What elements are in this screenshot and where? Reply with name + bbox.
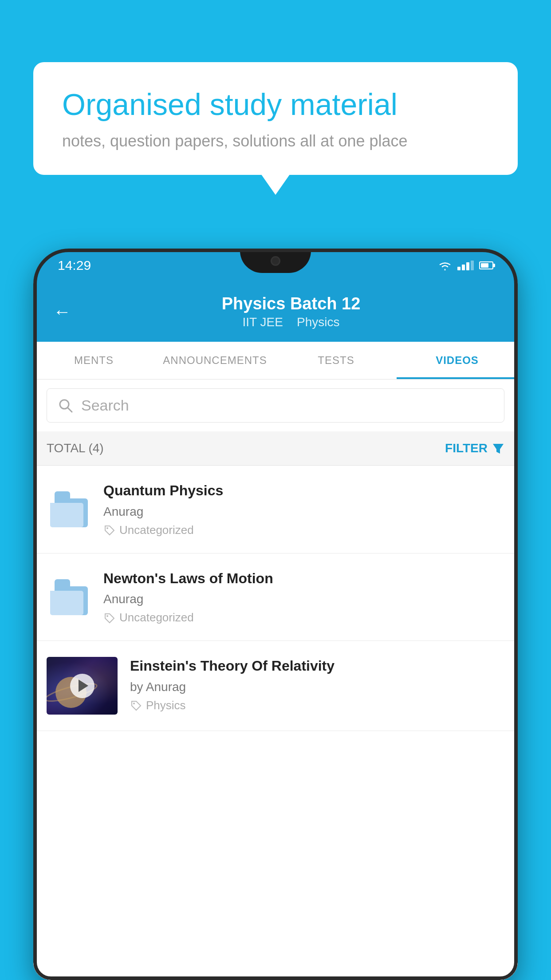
play-button-3[interactable] <box>70 674 94 698</box>
folder-stack-1 <box>50 487 88 527</box>
header-subtitle-part2: Physics <box>297 315 339 329</box>
search-icon <box>58 398 73 413</box>
svg-point-3 <box>106 527 108 529</box>
total-count: TOTAL (4) <box>47 441 104 455</box>
search-placeholder: Search <box>81 397 129 414</box>
video-author-2: Anurag <box>103 592 504 606</box>
tag-text-2: Uncategorized <box>119 611 194 624</box>
header-title-group: Physics Batch 12 IIT JEE Physics <box>84 294 498 329</box>
svg-line-1 <box>67 407 72 412</box>
video-author-3: by Anurag <box>130 680 504 694</box>
camera-dot <box>271 256 280 266</box>
folder-front-2 <box>50 591 83 615</box>
header-title: Physics Batch 12 <box>84 294 498 313</box>
filter-button[interactable]: FILTER <box>445 441 504 455</box>
tabs-bar: MENTS ANNOUNCEMENTS TESTS VIDEOS <box>33 342 518 379</box>
tag-text-3: Physics <box>146 699 186 712</box>
thumbnail-bg-3 <box>47 657 118 715</box>
signal-bar-4 <box>471 261 474 270</box>
search-bar[interactable]: Search <box>47 388 504 423</box>
video-tag-1: Uncategorized <box>103 523 504 537</box>
svg-marker-2 <box>493 444 504 454</box>
tab-videos[interactable]: VIDEOS <box>397 342 518 379</box>
folder-icon-container-1 <box>47 485 91 530</box>
tag-icon-3 <box>130 699 142 711</box>
speech-bubble-container: Organised study material notes, question… <box>33 62 518 175</box>
folder-stack-2 <box>50 575 88 615</box>
app-header: ← Physics Batch 12 IIT JEE Physics <box>33 282 518 342</box>
video-tag-2: Uncategorized <box>103 611 504 624</box>
video-list: Quantum Physics Anurag Uncategorized <box>33 466 518 980</box>
battery-icon <box>479 261 493 269</box>
list-item[interactable]: Einstein's Theory Of Relativity by Anura… <box>33 641 518 731</box>
video-title-1: Quantum Physics <box>103 482 504 500</box>
speech-bubble-subtext: notes, question papers, solutions all at… <box>62 132 489 150</box>
tag-icon-1 <box>103 524 115 536</box>
back-button[interactable]: ← <box>53 302 71 322</box>
list-item[interactable]: Quantum Physics Anurag Uncategorized <box>33 466 518 553</box>
phone-screen: ← Physics Batch 12 IIT JEE Physics MENTS… <box>33 282 518 980</box>
video-info-3: Einstein's Theory Of Relativity by Anura… <box>130 657 504 712</box>
video-info-1: Quantum Physics Anurag Uncategorized <box>103 482 504 537</box>
folder-front-1 <box>50 503 83 527</box>
header-subtitle: IIT JEE Physics <box>84 315 498 329</box>
video-tag-3: Physics <box>130 699 504 712</box>
header-subtitle-part1: IIT JEE <box>243 315 283 329</box>
status-icons <box>438 261 493 270</box>
speech-bubble-headline: Organised study material <box>62 87 489 123</box>
video-info-2: Newton's Laws of Motion Anurag Uncategor… <box>103 569 504 625</box>
video-thumbnail-3 <box>47 657 118 715</box>
tab-tests[interactable]: TESTS <box>276 342 397 379</box>
status-bar: 14:29 <box>33 249 518 282</box>
list-item[interactable]: Newton's Laws of Motion Anurag Uncategor… <box>33 553 518 641</box>
speech-bubble: Organised study material notes, question… <box>33 62 518 175</box>
phone-frame: 14:29 ← <box>33 249 518 980</box>
signal-bar-1 <box>457 267 460 270</box>
video-title-3: Einstein's Theory Of Relativity <box>130 657 504 676</box>
signal-bar-2 <box>462 265 465 270</box>
filter-label: FILTER <box>445 441 488 455</box>
notch <box>240 249 311 273</box>
battery-fill <box>481 263 488 268</box>
wifi-icon <box>438 261 452 270</box>
signal-bar-3 <box>466 262 469 270</box>
folder-icon-container-2 <box>47 573 91 617</box>
tag-text-1: Uncategorized <box>119 523 194 537</box>
play-triangle-3 <box>79 680 88 692</box>
tag-icon-2 <box>103 612 115 624</box>
filter-icon <box>492 442 504 454</box>
signal-icon <box>457 261 474 270</box>
filter-bar: TOTAL (4) FILTER <box>33 431 518 466</box>
tab-announcements[interactable]: ANNOUNCEMENTS <box>154 342 276 379</box>
svg-point-7 <box>133 703 135 704</box>
tab-ments[interactable]: MENTS <box>33 342 154 379</box>
video-author-1: Anurag <box>103 505 504 519</box>
status-time: 14:29 <box>58 258 91 273</box>
video-title-2: Newton's Laws of Motion <box>103 569 504 588</box>
search-container: Search <box>33 379 518 431</box>
svg-point-4 <box>106 615 108 617</box>
